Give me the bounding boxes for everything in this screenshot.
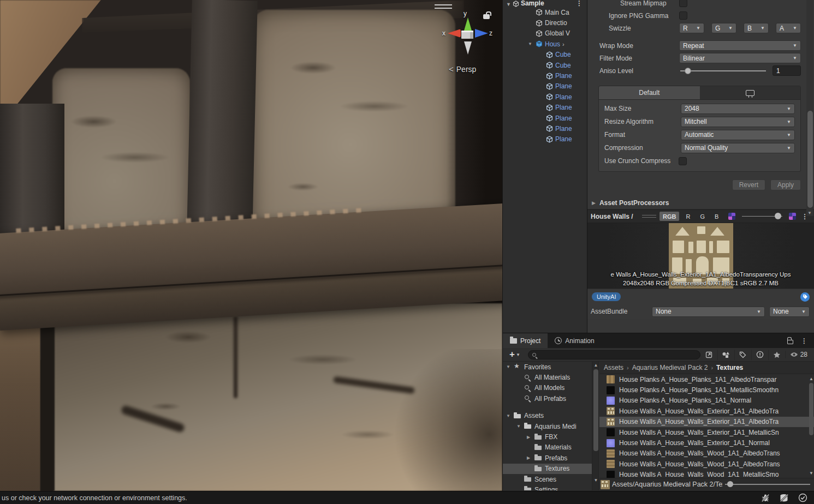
scroll-down-arrow-icon[interactable]: ▼ [807, 211, 812, 215]
asset-file-row[interactable]: House Planks A_House_Planks_1A1_Normal [599, 395, 814, 406]
foldout-icon[interactable]: ▶ [527, 455, 534, 460]
asset-file-row[interactable]: House Walls A_House_Walls_Wood_1A1_Albed… [599, 459, 814, 469]
tab-animation[interactable]: Animation [548, 333, 601, 348]
scrollbar-thumb[interactable] [807, 111, 813, 208]
breadcrumb-assets[interactable]: Assets [604, 364, 623, 371]
aniso-level-slider[interactable] [679, 65, 767, 76]
hidden-count-indicator[interactable]: 28 [785, 351, 811, 358]
hierarchy-item[interactable]: ▼ Plane › [503, 103, 587, 113]
tab-standalone-platform[interactable] [700, 86, 801, 99]
tab-default-platform[interactable]: Default [599, 86, 700, 99]
scroll-up-arrow-icon[interactable]: ▲ [594, 363, 598, 368]
stream-mipmap-checkbox[interactable] [679, 0, 687, 7]
hierarchy-item[interactable]: ▼ Plane › [503, 81, 587, 92]
hierarchy-item[interactable]: ▼ Plane › [503, 113, 587, 123]
importance-filter-button[interactable] [751, 350, 768, 360]
panel-lock-icon[interactable] [787, 340, 793, 344]
tree-item[interactable]: ▼ Favorites [503, 362, 592, 372]
hierarchy-item[interactable]: ▼ Plane › [503, 70, 587, 81]
asset-postprocessors-foldout[interactable]: ▶ Asset PostProcessors [587, 199, 814, 209]
hierarchy-item[interactable]: ▼ Main Ca › [503, 7, 587, 17]
hierarchy-item[interactable]: ▼ Hous › [503, 39, 587, 49]
tree-item[interactable]: All Models [503, 383, 592, 393]
channel-g-button[interactable]: G [697, 212, 708, 221]
compression-dropdown[interactable]: Normal Quality▼ [681, 143, 795, 153]
hierarchy-item[interactable]: ▼ Global V › [503, 28, 587, 39]
channel-rgb-button[interactable]: RGB [659, 212, 679, 221]
tree-item[interactable]: Textures [503, 464, 592, 474]
asset-file-row[interactable]: House Walls A_House_Walls_Exterior_1A1_M… [599, 427, 814, 437]
mip-level-slider[interactable] [742, 212, 782, 221]
foldout-open-icon[interactable]: ▼ [506, 2, 511, 7]
inspector-scrollbar[interactable]: ▼ [806, 0, 813, 216]
gizmo-x-axis-cone[interactable] [448, 29, 461, 38]
hierarchy-item[interactable]: ▼ Cube › [503, 50, 587, 60]
format-dropdown[interactable]: Automatic▼ [681, 130, 795, 140]
tree-item[interactable]: Scenes [503, 474, 592, 484]
favorites-filter-button[interactable] [768, 350, 785, 360]
status-message[interactable]: us or check your network connection or e… [0, 494, 187, 502]
assetbundle-variant-dropdown[interactable]: None▼ [769, 307, 810, 317]
aniso-level-field[interactable]: 1 [773, 65, 801, 76]
create-asset-button[interactable]: + ▼ [506, 351, 524, 358]
tree-scrollbar[interactable]: ▲ ▼ [592, 362, 599, 490]
max-size-dropdown[interactable]: 2048▼ [681, 104, 795, 114]
tree-item[interactable]: Settings [503, 484, 592, 490]
ignore-png-gamma-checkbox[interactable] [679, 11, 687, 20]
hierarchy-scene-header[interactable]: ▼ Sample ⋮ [503, 0, 587, 7]
scene-view[interactable]: y x z < Persp [0, 0, 502, 491]
scrollbar-thumb[interactable] [593, 369, 598, 451]
filter-preview-icon[interactable] [789, 213, 796, 220]
crunch-compression-checkbox[interactable] [679, 157, 687, 165]
asset-file-row[interactable]: House Planks A_House_Planks_1A1_Metallic… [599, 385, 814, 395]
asset-file-row[interactable]: House Walls A_House_Walls_Exterior_1A1_N… [599, 437, 814, 448]
foldout-icon[interactable]: ▼ [506, 364, 514, 369]
overlay-drag-handle-icon[interactable] [435, 4, 452, 9]
scroll-up-arrow-icon[interactable]: ▲ [809, 376, 813, 381]
hierarchy-item[interactable]: ▼ Plane › [503, 123, 587, 134]
tree-item[interactable]: Materials [503, 442, 592, 453]
project-search-input[interactable] [528, 350, 700, 359]
gizmo-lock-icon[interactable] [483, 14, 490, 19]
tree-item[interactable]: ▼ Assets [503, 411, 592, 421]
asset-file-row[interactable]: House Walls A_House_Walls_Wood_1A1_Albed… [599, 448, 814, 459]
tree-item[interactable]: ▶ FBX [503, 431, 592, 442]
resize-algorithm-dropdown[interactable]: Mitchell▼ [681, 117, 795, 127]
search-by-label-button[interactable] [734, 350, 751, 360]
asset-file-row[interactable]: House Walls A_House_Walls_Exterior_1A1_A… [599, 406, 814, 416]
scroll-down-arrow-icon[interactable]: ▼ [594, 478, 598, 483]
gizmo-z-axis-cone[interactable] [475, 29, 488, 38]
gizmo-center-cube[interactable] [461, 31, 473, 39]
prefab-open-arrow-icon[interactable]: › [562, 41, 565, 47]
swizzle-g-dropdown[interactable]: G▼ [711, 23, 736, 33]
assetbundle-main-dropdown[interactable]: None▼ [652, 307, 765, 317]
breadcrumb-current[interactable]: Textures [716, 364, 743, 371]
foldout-icon[interactable]: ▼ [506, 413, 514, 418]
tree-item[interactable]: All Prefabs [503, 393, 592, 404]
label-tag-icon[interactable] [800, 292, 810, 302]
filter-mode-dropdown[interactable]: Bilinear▼ [679, 53, 801, 63]
scroll-down-arrow-icon[interactable]: ▼ [809, 471, 813, 476]
scrollbar-thumb[interactable] [809, 383, 813, 435]
revert-button[interactable]: Revert [732, 179, 765, 190]
unityai-label-pill[interactable]: UnityAI [592, 292, 621, 301]
tree-item[interactable]: ▼ Aquarius Medi [503, 421, 592, 431]
foldout-icon[interactable]: ▶ [527, 435, 534, 440]
file-list-scrollbar[interactable]: ▲ ▼ [808, 374, 814, 478]
gizmo-y-axis-cone[interactable] [464, 17, 472, 31]
swizzle-a-dropdown[interactable]: A▼ [776, 23, 801, 33]
perspective-toggle[interactable]: < Persp [449, 64, 476, 74]
channel-r-button[interactable]: R [682, 212, 693, 221]
slider-knob[interactable] [727, 481, 733, 487]
hierarchy-item[interactable]: ▼ Cube › [503, 60, 587, 70]
thumbnail-size-slider[interactable] [725, 480, 810, 489]
asset-file-row[interactable]: House Walls A_House_Walls_Wood_1A1_Metal… [599, 470, 814, 478]
wrap-mode-dropdown[interactable]: Repeat▼ [679, 40, 801, 51]
texture-preview[interactable]: e Walls A_House_Walls_Exterior_1A1_Albed… [587, 223, 814, 289]
swizzle-b-dropdown[interactable]: B▼ [744, 23, 769, 33]
foldout-open-icon[interactable]: ▼ [528, 41, 536, 46]
tree-item[interactable]: All Materials [503, 372, 592, 382]
hierarchy-item[interactable]: ▼ Plane › [503, 134, 587, 145]
preview-drag-handle-icon[interactable] [642, 215, 656, 218]
hierarchy-item[interactable]: ▼ Directio › [503, 17, 587, 28]
